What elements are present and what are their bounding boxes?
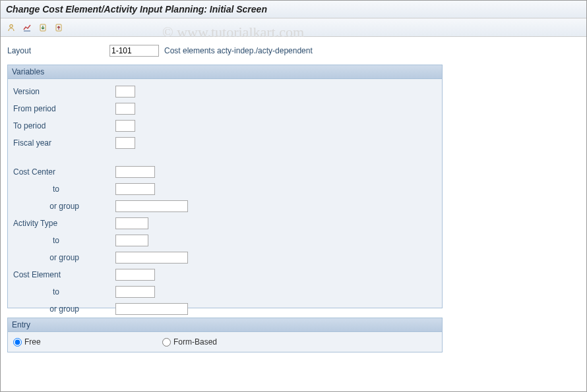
import-icon[interactable]: [36, 21, 49, 34]
variables-group: Variables Version From period To period …: [7, 65, 443, 308]
activity-type-group-label: or group: [13, 253, 115, 262]
cost-element-input[interactable]: [115, 269, 155, 281]
cost-center-to-input[interactable]: [115, 183, 155, 195]
entry-group: Entry Free Form-Based: [7, 318, 443, 352]
from-period-input[interactable]: [115, 103, 135, 115]
cost-element-group-input[interactable]: [115, 303, 188, 315]
page-title: Change Cost Element/Activity Input Plann…: [1, 1, 586, 18]
layout-description: Cost elements acty-indep./acty-dependent: [164, 46, 313, 55]
from-period-label: From period: [13, 104, 115, 113]
to-period-label: To period: [13, 121, 115, 130]
window: Change Cost Element/Activity Input Plann…: [0, 0, 587, 392]
cost-element-group-label: or group: [13, 304, 115, 314]
svg-point-0: [10, 24, 13, 27]
cost-element-label: Cost Element: [13, 270, 115, 279]
toolbar: [1, 18, 586, 37]
content-area: Layout Cost elements acty-indep./acty-de…: [1, 37, 586, 359]
entry-free-radio[interactable]: [13, 338, 22, 347]
entry-free-label: Free: [24, 337, 41, 347]
user-icon[interactable]: [5, 21, 18, 34]
layout-label: Layout: [7, 46, 109, 55]
activity-type-label: Activity Type: [13, 219, 115, 228]
fiscal-year-input[interactable]: [115, 137, 135, 149]
version-label: Version: [13, 87, 115, 96]
to-period-input[interactable]: [115, 120, 135, 132]
entry-form-label: Form-Based: [173, 337, 217, 347]
layout-row: Layout Cost elements acty-indep./acty-de…: [7, 43, 580, 58]
cost-center-label: Cost Center: [13, 167, 115, 177]
fiscal-year-label: Fiscal year: [13, 138, 115, 148]
activity-type-to-input[interactable]: [115, 235, 148, 246]
version-input[interactable]: [115, 86, 135, 98]
activity-type-input[interactable]: [115, 217, 148, 229]
activity-type-group-input[interactable]: [115, 252, 188, 264]
entry-form-radio[interactable]: [162, 338, 171, 347]
activity-type-to-label: to: [13, 236, 115, 245]
layout-input[interactable]: [109, 45, 159, 57]
cost-element-to-label: to: [13, 287, 115, 296]
cost-element-to-input[interactable]: [115, 286, 155, 298]
overview-icon[interactable]: [20, 21, 34, 34]
entry-title: Entry: [8, 318, 442, 332]
cost-center-to-label: to: [13, 184, 115, 194]
cost-center-group-input[interactable]: [115, 200, 188, 212]
cost-center-group-label: or group: [13, 202, 115, 211]
export-icon[interactable]: [52, 21, 65, 34]
cost-center-input[interactable]: [115, 166, 155, 178]
variables-title: Variables: [8, 65, 442, 79]
